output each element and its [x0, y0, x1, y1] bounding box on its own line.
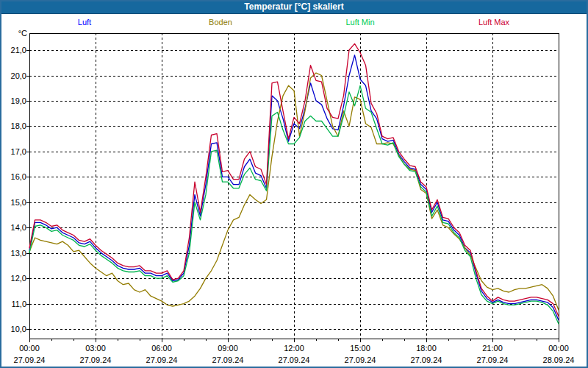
x-tick-date-label: 27.09.24	[279, 355, 310, 364]
window-title: Temperatur [°C] skaliert	[0, 0, 588, 14]
legend-label-boden: Boden	[209, 18, 232, 26]
app-window: Temperatur [°C] skaliert LuftBodenLuft M…	[0, 0, 588, 368]
x-tick-date-label: 27.09.24	[345, 355, 376, 364]
x-tick-time-label: 12:00	[284, 344, 304, 353]
x-tick-time-label: 00:00	[19, 344, 40, 353]
legend-label-luft-max: Luft Max	[478, 18, 509, 26]
legend-label-luft-min: Luft Min	[345, 18, 374, 26]
y-tick-label: 19,0	[11, 96, 26, 105]
y-tick-label: 13,0	[11, 249, 26, 258]
temperature-line-chart: 21,020,019,018,017,016,015,014,013,012,0…	[0, 0, 588, 368]
x-tick-date-label: 27.09.24	[146, 355, 178, 364]
legend-label-luft: Luft	[78, 18, 91, 26]
x-tick-date-label: 27.09.24	[14, 355, 46, 364]
x-tick-time-label: 21:00	[482, 344, 503, 353]
y-tick-label: 14,0	[11, 223, 26, 232]
y-tick-label: 11,0	[11, 300, 26, 308]
y-tick-label: 12,0	[11, 274, 26, 283]
series-line-luft-min	[29, 85, 559, 324]
y-tick-label: 16,0	[11, 172, 26, 181]
chart-legend: LuftBodenLuft MinLuft Max	[0, 14, 588, 30]
x-tick-date-label: 27.09.24	[80, 355, 112, 364]
x-tick-time-label: 15:00	[350, 344, 370, 353]
x-tick-time-label: 00:00	[548, 344, 569, 353]
y-tick-label: 10,0	[11, 325, 26, 333]
x-tick-date-label: 28.09.24	[543, 355, 575, 364]
y-tick-label: 18,0	[11, 121, 26, 130]
x-tick-time-label: 03:00	[85, 344, 106, 353]
x-tick-date-label: 27.09.24	[411, 355, 442, 364]
y-tick-label: 17,0	[11, 147, 26, 156]
y-tick-label: 15,0	[11, 198, 26, 207]
x-tick-time-label: 06:00	[151, 344, 172, 353]
x-tick-date-label: 27.09.24	[477, 355, 509, 364]
y-tick-label: 21,0	[11, 46, 26, 54]
x-tick-time-label: 18:00	[416, 344, 437, 353]
x-tick-time-label: 09:00	[218, 344, 238, 353]
y-tick-label: 20,0	[11, 71, 26, 80]
x-tick-date-label: 27.09.24	[212, 355, 244, 364]
